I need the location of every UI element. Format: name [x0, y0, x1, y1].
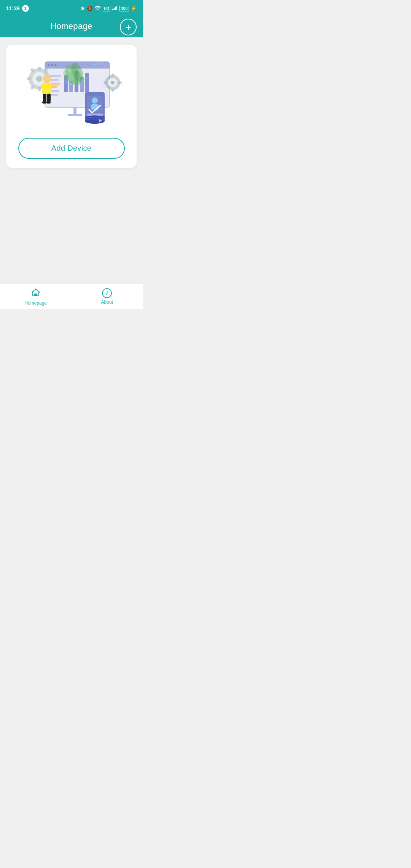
wifi-icon — [95, 6, 101, 11]
svg-rect-17 — [85, 73, 89, 92]
bell-icon: 🔕 — [87, 6, 93, 11]
svg-rect-61 — [85, 117, 105, 118]
bluetooth-icon: ✱ — [81, 6, 85, 11]
status-icons: ✱ 🔕 HD 100 ⚡ — [81, 6, 137, 11]
svg-rect-64 — [35, 294, 37, 296]
svg-rect-50 — [46, 101, 51, 104]
svg-point-0 — [97, 9, 98, 10]
add-device-button[interactable]: Add Device — [18, 138, 125, 159]
svg-rect-44 — [104, 81, 107, 84]
signal-icon — [112, 6, 118, 11]
svg-rect-11 — [73, 107, 76, 114]
main-content: SUCCESS Add Device — [0, 37, 143, 279]
nav-label-homepage: Homepage — [24, 300, 47, 306]
header-title: Homepage — [50, 21, 92, 31]
svg-point-29 — [36, 76, 42, 82]
notification-badge: 1 — [22, 5, 29, 12]
svg-point-40 — [111, 81, 115, 85]
svg-rect-43 — [119, 81, 122, 84]
bottom-navigation: Homepage i About — [0, 283, 143, 309]
svg-rect-55 — [91, 104, 99, 110]
svg-rect-2 — [114, 8, 115, 10]
svg-point-45 — [43, 75, 51, 83]
svg-rect-30 — [38, 67, 41, 70]
svg-rect-33 — [27, 77, 31, 80]
svg-rect-4 — [116, 6, 118, 10]
nav-item-homepage[interactable]: Homepage — [0, 284, 72, 309]
nav-item-about[interactable]: i About — [72, 285, 143, 308]
svg-rect-3 — [115, 7, 116, 10]
add-button[interactable]: + — [120, 19, 137, 35]
svg-rect-18 — [49, 75, 61, 77]
svg-rect-47 — [43, 94, 46, 102]
svg-rect-42 — [112, 89, 114, 92]
app-header: Homepage + — [0, 17, 143, 37]
hd-icon: HD — [103, 6, 110, 11]
battery-icon: 100 — [119, 6, 129, 11]
time-display: 11:39 — [6, 5, 20, 11]
charging-icon: ⚡ — [131, 6, 137, 11]
svg-rect-62 — [85, 119, 105, 120]
svg-rect-41 — [112, 73, 114, 77]
svg-rect-12 — [68, 114, 82, 116]
svg-rect-48 — [47, 94, 51, 102]
svg-point-9 — [51, 64, 53, 66]
svg-rect-46 — [42, 83, 51, 94]
svg-rect-23 — [49, 94, 58, 96]
svg-point-10 — [54, 64, 56, 66]
status-left: 11:39 1 — [6, 5, 29, 12]
svg-rect-1 — [112, 9, 113, 10]
svg-point-8 — [48, 64, 49, 66]
info-icon: i — [102, 288, 112, 298]
device-card: SUCCESS Add Device — [6, 45, 137, 168]
home-icon — [31, 287, 41, 299]
status-bar: 11:39 1 ✱ 🔕 HD 100 ⚡ — [0, 0, 143, 17]
nav-label-about: About — [101, 300, 113, 305]
svg-point-54 — [92, 97, 98, 104]
svg-rect-31 — [38, 87, 41, 91]
svg-rect-49 — [42, 101, 46, 104]
device-illustration: SUCCESS — [14, 54, 129, 130]
